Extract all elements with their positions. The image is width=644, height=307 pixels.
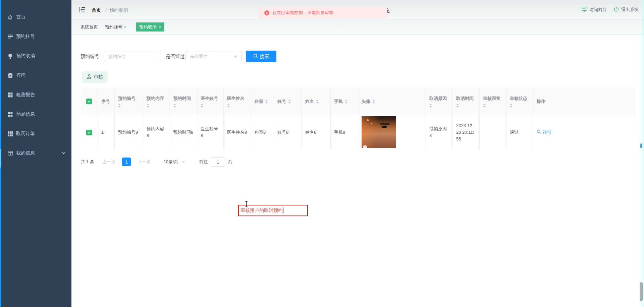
text-caret <box>283 207 283 213</box>
sidebar-item-label: 取药订单 <box>16 131 35 137</box>
goto-page-input[interactable] <box>211 157 225 167</box>
column-header[interactable]: 序号 <box>98 88 115 115</box>
admin-page: 首页 预约挂号 预约取消 咨询 <box>0 0 644 307</box>
cell-booking-time: 预约时间8 <box>170 115 197 150</box>
pass-select[interactable]: 是否通过 <box>185 51 241 62</box>
sort-carets[interactable] <box>201 104 203 108</box>
sidebar-item-booking[interactable]: 预约挂号 <box>0 27 71 46</box>
pin-icon <box>7 53 13 59</box>
sidebar-item-cancel[interactable]: 预约取消 <box>0 46 71 66</box>
fold-icon[interactable] <box>79 6 86 13</box>
sidebar-item-myinfo[interactable]: 我的信息 <box>0 143 71 163</box>
close-icon[interactable]: × <box>158 24 161 29</box>
sidebar-item-home[interactable]: 首页 <box>0 7 71 27</box>
sidebar-item-orders[interactable]: 取药订单 <box>0 124 71 143</box>
sidebar-item-label: 预约取消 <box>16 53 35 59</box>
search-button[interactable]: 搜索 <box>246 51 276 62</box>
user-icon <box>87 74 92 80</box>
pagination-total: 共 1 条 <box>80 159 94 165</box>
monitor-icon <box>582 7 587 13</box>
tabs-bar: 系统首页 预约挂号 × 预约取消 × <box>71 19 644 35</box>
tab-system-home[interactable]: 系统首页 <box>80 19 98 35</box>
column-header[interactable]: 医生账号 <box>197 88 224 115</box>
sidebar-item-label: 预约挂号 <box>16 34 35 40</box>
sort-carets[interactable] <box>316 100 319 104</box>
sort-carets[interactable] <box>227 104 230 108</box>
sort-carets[interactable] <box>118 104 121 108</box>
booking-no-input[interactable] <box>104 51 161 62</box>
audit-button[interactable]: 审核 <box>82 71 108 83</box>
sidebar-item-label: 首页 <box>16 14 25 20</box>
sort-carets[interactable] <box>288 100 291 104</box>
column-header[interactable]: 姓名 <box>302 88 331 115</box>
current-page-button[interactable]: 1 <box>122 158 131 166</box>
ibeam-cursor <box>245 201 248 209</box>
sort-carets[interactable] <box>456 104 459 108</box>
pass-label: 是否通过 <box>166 54 184 60</box>
column-header[interactable]: 审核状态 <box>506 88 533 115</box>
sort-carets[interactable] <box>429 104 432 108</box>
sort-carets[interactable] <box>372 100 375 104</box>
column-header[interactable]: 头像 <box>358 88 426 115</box>
table-scrollbar-thumb[interactable] <box>640 143 642 148</box>
annotation-box[interactable]: 审核用户的取消预约 <box>238 205 308 216</box>
column-header[interactable]: 审核回复 <box>480 88 506 115</box>
sidebar-item-reports[interactable]: 检测报告 <box>0 85 71 105</box>
page-scrollbar-thumb[interactable] <box>640 282 643 301</box>
sidebar-item-consult[interactable]: 咨询 <box>0 66 71 85</box>
column-header[interactable]: 科室 <box>251 88 274 115</box>
column-header[interactable]: 取消时间 <box>453 88 480 115</box>
home-icon <box>7 14 13 20</box>
prev-page-button[interactable]: 上一页 <box>102 159 115 165</box>
left-edge-scroll-thumb[interactable] <box>0 149 1 168</box>
sidebar-item-label: 药品信息 <box>16 111 35 117</box>
cell-avatar <box>358 115 426 150</box>
column-header[interactable]: 手机 <box>331 88 358 115</box>
tab-label: 预约取消 <box>139 24 157 30</box>
sidebar-item-label: 咨询 <box>16 72 25 78</box>
goto-page-group: 前往 页 <box>199 157 232 167</box>
chevron-down-icon <box>182 161 185 163</box>
sort-carets[interactable] <box>510 104 513 108</box>
cell-index: 1 <box>98 115 115 150</box>
topbar: 首页 / 预约取消 ✕ 存在已审核数据，不能批量审核 充 访问前台 <box>71 0 644 19</box>
tab-label: 系统首页 <box>80 24 98 30</box>
sort-carets[interactable] <box>483 104 486 108</box>
sort-carets[interactable] <box>147 104 149 108</box>
logout-label: 退出系统 <box>621 7 639 13</box>
logout-button[interactable]: 退出系统 <box>613 6 639 13</box>
column-header[interactable]: 预约内容 <box>143 88 170 115</box>
column-header[interactable]: 预约时间 <box>170 88 197 115</box>
close-icon[interactable]: × <box>124 25 126 30</box>
sort-carets[interactable] <box>345 100 347 104</box>
sort-carets[interactable] <box>265 100 268 104</box>
visit-front-button[interactable]: 访问前台 <box>582 7 607 13</box>
tab-booking[interactable]: 预约挂号 × <box>105 19 126 35</box>
next-page-button[interactable]: 下一页 <box>138 159 151 165</box>
grid-icon <box>7 112 13 117</box>
avatar <box>362 116 396 148</box>
detail-link[interactable]: 详情 <box>537 129 551 136</box>
row-checkbox[interactable] <box>86 130 92 135</box>
sidebar: 首页 预约挂号 预约取消 咨询 <box>0 0 71 307</box>
booking-no-label: 预约编号 <box>80 54 99 60</box>
search-button-label: 搜索 <box>260 54 269 60</box>
page-size-select[interactable]: 10条/页 <box>163 159 185 165</box>
sidebar-item-medicine[interactable]: 药品信息 <box>0 105 71 124</box>
power-icon <box>613 6 619 13</box>
error-toast: ✕ 存在已审核数据，不能批量审核 <box>258 7 387 18</box>
folder-icon <box>7 150 13 156</box>
cell-name: 姓名8 <box>302 115 331 150</box>
detail-link-label: 详情 <box>543 129 551 136</box>
select-all-checkbox[interactable] <box>86 99 92 104</box>
breadcrumb-home[interactable]: 首页 <box>92 7 101 13</box>
cancel-table: 序号 预约编号 预约内容 预约时间 医生账号 医生姓名 科室 账号 姓名 手机 … <box>80 88 636 150</box>
column-header[interactable]: 账号 <box>274 88 302 115</box>
column-header[interactable]: 取消原因 <box>426 88 453 115</box>
column-header[interactable]: 预约编号 <box>115 88 143 115</box>
tab-cancel-active[interactable]: 预约取消 × <box>136 22 164 32</box>
sort-carets[interactable] <box>173 104 176 108</box>
pass-select-placeholder: 是否通过 <box>190 54 234 60</box>
column-header[interactable]: 医生姓名 <box>224 88 251 115</box>
table-icon <box>7 131 13 137</box>
